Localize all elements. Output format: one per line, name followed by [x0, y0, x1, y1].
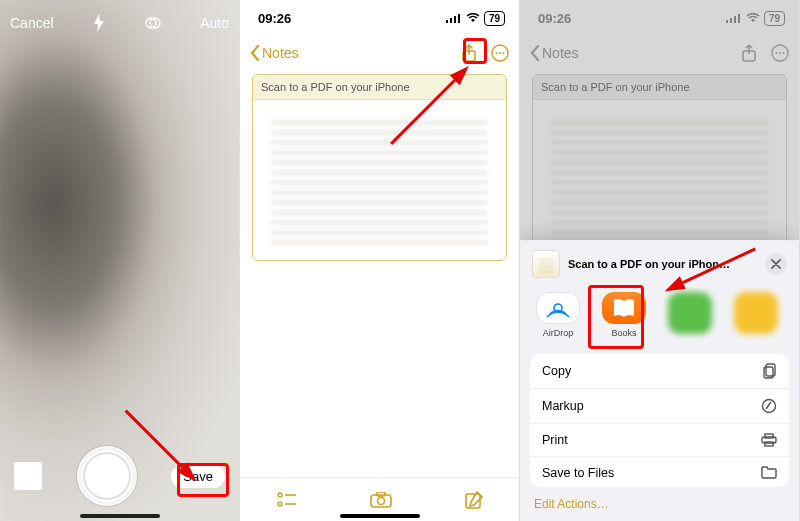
svg-point-13 [278, 493, 282, 497]
svg-point-12 [503, 52, 505, 54]
svg-rect-19 [377, 492, 385, 496]
svg-marker-40 [662, 276, 686, 297]
share-actions-list: Copy Markup Print Save to Files [530, 354, 789, 487]
modal-overlay[interactable] [520, 0, 799, 240]
checklist-icon[interactable] [277, 492, 297, 508]
markup-icon [761, 398, 777, 414]
app-label: AirDrop [543, 328, 574, 338]
svg-point-10 [496, 52, 498, 54]
back-label: Notes [262, 45, 299, 61]
camera-icon[interactable] [370, 492, 392, 508]
filter-icon[interactable] [144, 14, 162, 32]
print-icon [761, 433, 777, 447]
svg-rect-37 [765, 434, 773, 438]
cancel-button[interactable]: Cancel [10, 15, 54, 31]
close-icon [771, 259, 781, 269]
last-scan-thumbnail[interactable] [14, 462, 42, 490]
svg-rect-38 [765, 442, 773, 446]
airdrop-icon [536, 292, 580, 324]
scanned-document-card[interactable]: Scan to a PDF on your iPhone [252, 74, 507, 261]
share-preview-thumb [532, 250, 560, 278]
action-markup[interactable]: Markup [530, 389, 789, 424]
action-copy[interactable]: Copy [530, 354, 789, 389]
copy-icon [763, 363, 777, 379]
flash-icon[interactable] [92, 14, 106, 32]
status-bar: 09:26 79 [240, 0, 519, 36]
highlight-share [463, 38, 487, 64]
scan-top-toolbar: Cancel Auto [0, 0, 239, 46]
action-print[interactable]: Print [530, 424, 789, 457]
edit-actions-button[interactable]: Edit Actions… [520, 487, 799, 521]
svg-point-11 [499, 52, 501, 54]
status-time: 09:26 [258, 11, 291, 26]
signal-icon [446, 13, 462, 23]
wifi-icon [466, 13, 480, 23]
share-app-airdrop[interactable]: AirDrop [530, 292, 586, 338]
notes-detail-screen: 09:26 79 Notes Sca [240, 0, 520, 521]
share-sheet-screen: 09:26 79 Notes [520, 0, 800, 521]
close-share-button[interactable] [765, 253, 787, 275]
scan-preview [253, 100, 506, 260]
highlight-books [588, 285, 644, 349]
svg-rect-6 [454, 16, 456, 23]
action-label: Copy [542, 364, 571, 378]
action-label: Markup [542, 399, 584, 413]
svg-rect-5 [450, 18, 452, 23]
share-apps-row: AirDrop Books [520, 288, 799, 348]
share-app-blurred[interactable] [728, 292, 784, 338]
auto-mode-button[interactable]: Auto [200, 15, 229, 31]
battery-indicator: 79 [484, 11, 505, 26]
folder-icon [761, 466, 777, 479]
camera-scan-screen: Cancel Auto Save [0, 0, 240, 521]
action-label: Save to Files [542, 466, 614, 480]
chevron-left-icon [250, 45, 260, 61]
svg-point-18 [377, 497, 384, 504]
svg-rect-4 [446, 20, 448, 23]
more-icon[interactable] [491, 44, 509, 62]
back-to-notes[interactable]: Notes [250, 45, 299, 61]
compose-icon[interactable] [465, 491, 483, 509]
svg-rect-7 [458, 14, 460, 23]
home-indicator [80, 514, 160, 518]
svg-point-15 [278, 502, 282, 506]
action-label: Print [542, 433, 568, 447]
shutter-button[interactable] [79, 448, 135, 504]
home-indicator [340, 514, 420, 518]
action-save-to-files[interactable]: Save to Files [530, 457, 789, 487]
app-icon [734, 292, 778, 334]
